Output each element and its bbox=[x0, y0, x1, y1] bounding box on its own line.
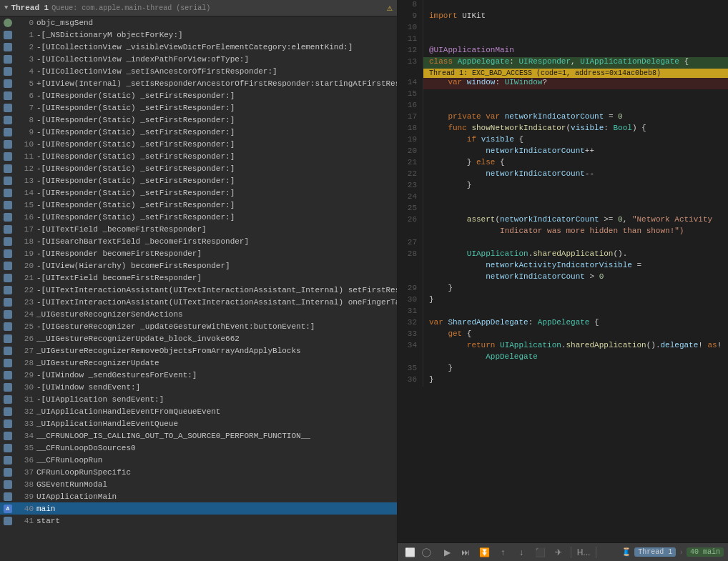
frame-text: -[UIView(Hierarchy) becomeFirstResponder… bbox=[36, 262, 230, 270]
stack-frame-40[interactable]: A40main bbox=[0, 502, 397, 515]
stack-frame-6[interactable]: 6-[UIResponder(Static) _setFirstResponde… bbox=[0, 89, 397, 101]
line-number: 13 bbox=[398, 57, 423, 69]
stack-frame-21[interactable]: 21-[UITextField becomeFirstResponder] bbox=[0, 272, 397, 284]
stack-frame-37[interactable]: 37CFRunLoopRunSpecific bbox=[0, 466, 397, 478]
line-content: networkIndicatorCount-- bbox=[423, 169, 728, 181]
stack-frame-33[interactable]: 33_UIApplicationHandleEventQueue bbox=[0, 417, 397, 430]
line-number: 14 bbox=[398, 78, 423, 89]
stack-frame-35[interactable]: 35__CFRunLoopDoSources0 bbox=[0, 442, 397, 454]
breadcrumb-thread[interactable]: Thread 1 bbox=[634, 547, 676, 557]
stack-frame-2[interactable]: 2-[UICollectionView _visibleViewDictForE… bbox=[0, 41, 397, 53]
stack-frame-31[interactable]: 31-[UIApplication sendEvent:] bbox=[0, 393, 397, 405]
stack-frame-34[interactable]: 34__CFRUNLOOP_IS_CALLING_OUT_TO_A_SOURCE… bbox=[0, 430, 397, 442]
toolbar-step-out-btn[interactable]: ⏬ bbox=[476, 545, 492, 560]
stack-frame-27[interactable]: 27_UIGestureRecognizerRemoveObjectsFromA… bbox=[0, 344, 397, 357]
line-number: 12 bbox=[398, 46, 423, 57]
main-layout: ▼ Thread 1 Queue: com.apple.main-thread … bbox=[0, 0, 728, 561]
toolbar-more-btn[interactable]: H... bbox=[576, 545, 591, 560]
stack-frame-16[interactable]: 16-[UIResponder(Static) _setFirstRespond… bbox=[0, 211, 397, 223]
frame-icon bbox=[3, 54, 13, 64]
frame-icon bbox=[3, 115, 13, 125]
stack-frame-5[interactable]: 5+[UIView(Internal) _setIsResponderAnces… bbox=[0, 77, 397, 89]
thread-title: Thread 1 bbox=[11, 4, 49, 12]
frame-number: 18 bbox=[15, 237, 34, 246]
stack-frame-15[interactable]: 15-[UIResponder(Static) _setFirstRespond… bbox=[0, 199, 397, 211]
line-content: } bbox=[423, 375, 728, 387]
stack-frame-0[interactable]: 0objc_msgSend bbox=[0, 16, 397, 29]
stack-frame-13[interactable]: 13-[UIResponder(Static) _setFirstRespond… bbox=[0, 174, 397, 187]
code-line: 31 bbox=[398, 307, 728, 318]
breadcrumb-sep: › bbox=[679, 548, 684, 557]
stack-frame-28[interactable]: 28_UIGestureRecognizerUpdate bbox=[0, 357, 397, 369]
stack-frame-8[interactable]: 8-[UIResponder(Static) _setFirstResponde… bbox=[0, 114, 397, 126]
stack-frame-12[interactable]: 12-[UIResponder(Static) _setFirstRespond… bbox=[0, 162, 397, 174]
frame-text: _UIApplicationHandleEventQueue bbox=[36, 419, 178, 428]
line-content: } else { bbox=[423, 158, 728, 169]
stack-frame-36[interactable]: 36__CFRunLoopRun bbox=[0, 454, 397, 466]
frame-number: 40 bbox=[15, 505, 34, 513]
stack-frame-3[interactable]: 3-[UICollectionView _indexPathForView:of… bbox=[0, 53, 397, 65]
frame-number: 11 bbox=[15, 152, 34, 161]
thread-collapse-icon[interactable]: ▼ bbox=[4, 4, 8, 11]
code-line: 36} bbox=[398, 375, 728, 387]
stack-frame-24[interactable]: 24_UIGestureRecognizerSendActions bbox=[0, 308, 397, 320]
frame-icon: A bbox=[3, 504, 13, 514]
bottom-toolbar: ⬜ ⃝ ▶ ⏭ ⏬ ↑ ↓ ⬛ ✈ H... 🧵 Thread 1 › 40 m… bbox=[398, 542, 728, 561]
line-number: 32 bbox=[398, 318, 423, 329]
stack-frame-29[interactable]: 29-[UIWindow _sendGesturesForEvent:] bbox=[0, 369, 397, 381]
line-content bbox=[423, 89, 728, 101]
code-line: 28 UIApplication.sharedApplication(). bbox=[398, 249, 728, 261]
frame-icon bbox=[3, 249, 13, 259]
breadcrumb-frame[interactable]: 40 main bbox=[687, 547, 724, 557]
line-number: 35 bbox=[398, 364, 423, 375]
stack-list[interactable]: 0objc_msgSend1-[_NSDictionaryM objectFor… bbox=[0, 16, 397, 561]
toolbar-breakpoint-btn[interactable]: ⬜ bbox=[402, 545, 418, 560]
toolbar-send-btn[interactable]: ✈ bbox=[551, 545, 566, 560]
stack-frame-7[interactable]: 7-[UIResponder(Static) _setFirstResponde… bbox=[0, 101, 397, 114]
stack-frame-32[interactable]: 32_UIApplicationHandleEventFromQueueEven… bbox=[0, 405, 397, 417]
stack-frame-30[interactable]: 30-[UIWindow sendEvent:] bbox=[0, 381, 397, 393]
stack-frame-25[interactable]: 25-[UIGestureRecognizer _updateGestureWi… bbox=[0, 320, 397, 332]
frame-icon bbox=[3, 42, 13, 52]
toolbar-debug-btn[interactable]: ⬛ bbox=[532, 545, 548, 560]
toolbar-continue-btn[interactable]: ⃝ bbox=[420, 545, 436, 560]
stack-frame-18[interactable]: 18-[UISearchBarTextField _becomeFirstRes… bbox=[0, 235, 397, 247]
frame-text: __CFRUNLOOP_IS_CALLING_OUT_TO_A_SOURCE0_… bbox=[36, 432, 310, 440]
toolbar-down-btn[interactable]: ↓ bbox=[513, 545, 529, 560]
code-line: 17 private var networkIndicatorCount = 0 bbox=[398, 112, 728, 124]
stack-frame-26[interactable]: 26__UIGestureRecognizerUpdate_block_invo… bbox=[0, 332, 397, 344]
frame-text: -[UIResponder(Static) _setFirstResponder… bbox=[36, 177, 235, 185]
frame-number: 14 bbox=[15, 189, 34, 197]
stack-frame-19[interactable]: 19-[UIResponder becomeFirstResponder] bbox=[0, 247, 397, 259]
frame-number: 13 bbox=[15, 177, 34, 185]
stack-frame-1[interactable]: 1-[_NSDictionaryM objectForKey:] bbox=[0, 29, 397, 41]
stack-frame-14[interactable]: 14-[UIResponder(Static) _setFirstRespond… bbox=[0, 187, 397, 199]
stack-frame-10[interactable]: 10-[UIResponder(Static) _setFirstRespond… bbox=[0, 138, 397, 150]
stack-frame-9[interactable]: 9-[UIResponder(Static) _setFirstResponde… bbox=[0, 126, 397, 138]
toolbar-step-over-btn[interactable]: ▶ bbox=[439, 545, 455, 560]
code-line: 15 bbox=[398, 89, 728, 101]
code-editor[interactable]: 89import UIKit101112@UIApplicationMain13… bbox=[398, 0, 728, 542]
stack-frame-17[interactable]: 17-[UITextField _becomeFirstResponder] bbox=[0, 223, 397, 235]
stack-frame-11[interactable]: 11-[UIResponder(Static) _setFirstRespond… bbox=[0, 150, 397, 162]
stack-frame-4[interactable]: 4-[UICollectionView _setIsAncestorOfFirs… bbox=[0, 65, 397, 77]
line-content: if visible { bbox=[423, 135, 728, 147]
frame-text: objc_msgSend bbox=[36, 19, 93, 27]
frame-number: 2 bbox=[15, 43, 34, 51]
frame-text: -[UITextField becomeFirstResponder] bbox=[36, 274, 202, 282]
line-content: assert(networkIndicatorCount >= 0, "Netw… bbox=[423, 215, 728, 227]
stack-frame-41[interactable]: 41start bbox=[0, 515, 397, 527]
stack-frame-39[interactable]: 39UIApplicationMain bbox=[0, 490, 397, 502]
toolbar-up-btn[interactable]: ↑ bbox=[495, 545, 511, 560]
frame-text: _UIGestureRecognizerSendActions bbox=[36, 310, 183, 319]
code-line: 20 networkIndicatorCount++ bbox=[398, 147, 728, 158]
frame-text: -[UIResponder(Static) _setFirstResponder… bbox=[36, 189, 235, 197]
frame-number: 7 bbox=[15, 104, 34, 112]
toolbar-step-in-btn[interactable]: ⏭ bbox=[458, 545, 473, 560]
stack-frame-22[interactable]: 22-[UITextInteractionAssistant(UITextInt… bbox=[0, 284, 397, 296]
frame-text: -[UITextInteractionAssistant(UITextInter… bbox=[36, 298, 397, 307]
stack-frame-38[interactable]: 38GSEventRunModal bbox=[0, 478, 397, 490]
stack-frame-23[interactable]: 23-[UITextInteractionAssistant(UITextInt… bbox=[0, 296, 397, 308]
frame-number: 12 bbox=[15, 164, 34, 173]
stack-frame-20[interactable]: 20-[UIView(Hierarchy) becomeFirstRespond… bbox=[0, 259, 397, 272]
